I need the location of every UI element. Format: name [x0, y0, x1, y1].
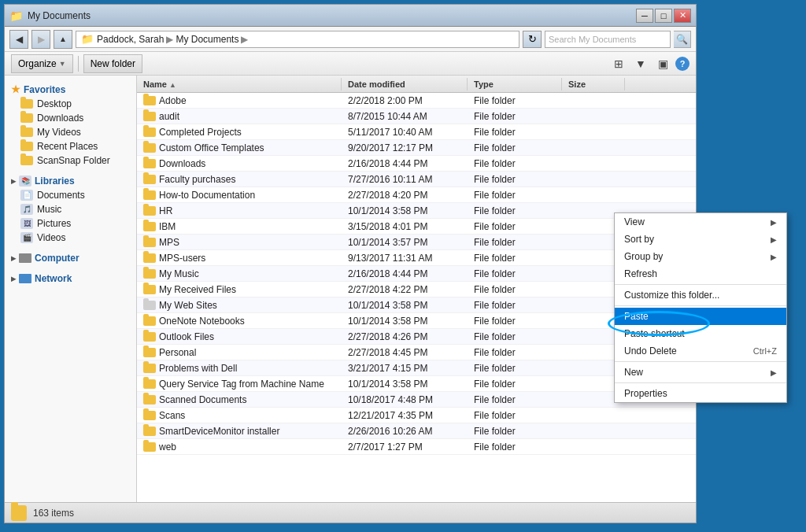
sidebar-item-pictures[interactable]: 🖼 Pictures — [8, 216, 133, 231]
table-row[interactable]: OneNote Notebooks10/1/2014 3:58 PMFile f… — [137, 313, 696, 329]
file-name-cell: IBM — [137, 220, 342, 234]
table-row[interactable]: HR10/1/2014 3:58 PMFile folder — [137, 203, 696, 219]
table-row[interactable]: Problems with Dell3/21/2017 4:15 PMFile … — [137, 360, 696, 376]
context-menu-item-properties[interactable]: Properties — [615, 385, 786, 402]
table-row[interactable]: MPS-users9/13/2017 11:31 AMFile folder — [137, 250, 696, 266]
file-type-cell: File folder — [468, 267, 562, 281]
favorites-header[interactable]: ★ Favorites — [8, 82, 133, 97]
context-menu-item-paste-shortcut[interactable]: Paste shortcut — [615, 325, 786, 342]
sidebar-item-myvideos[interactable]: My Videos — [8, 125, 133, 139]
context-menu-item-new[interactable]: New▶ — [615, 364, 786, 381]
table-row[interactable]: Custom Office Templates9/20/2017 12:17 P… — [137, 140, 696, 156]
maximize-button[interactable]: □ — [655, 9, 672, 23]
sidebar-item-recentplaces[interactable]: Recent Places — [8, 139, 133, 153]
file-date-cell: 3/15/2018 4:01 PM — [342, 220, 468, 234]
column-header-type[interactable]: Type — [468, 78, 562, 91]
computer-triangle-icon: ▶ — [11, 255, 16, 262]
new-folder-button[interactable]: New folder — [83, 54, 142, 73]
file-date-cell: 2/16/2018 4:44 PM — [342, 157, 468, 171]
network-header[interactable]: ▶ Network — [8, 272, 133, 286]
toolbar-right: ⊞ ▼ ▣ ? — [609, 54, 690, 73]
table-row[interactable]: My Music2/16/2018 4:44 PMFile folder — [137, 266, 696, 282]
sidebar-item-scansnap[interactable]: ScanSnap Folder — [8, 153, 133, 168]
file-name-cell: Downloads — [137, 157, 342, 171]
file-date-cell: 10/1/2014 3:58 PM — [342, 204, 468, 218]
file-type-cell: File folder — [468, 440, 562, 454]
column-header-date[interactable]: Date modified — [342, 78, 468, 91]
table-row[interactable]: Scanned Documents10/18/2017 4:48 PMFile … — [137, 392, 696, 408]
file-name-cell: My Received Files — [137, 283, 342, 297]
libraries-header[interactable]: ▶ 📚 Libraries — [8, 174, 133, 188]
up-button[interactable]: ▲ — [54, 30, 72, 49]
table-row[interactable]: How-to Documentation2/27/2018 4:20 PMFil… — [137, 187, 696, 203]
sidebar-item-desktop[interactable]: Desktop — [8, 97, 133, 111]
context-menu-item-refresh[interactable]: Refresh — [615, 265, 786, 283]
table-row[interactable]: IBM3/15/2018 4:01 PMFile folder — [137, 219, 696, 235]
folder-icon — [143, 222, 156, 231]
search-box[interactable]: Search My Documents — [545, 31, 671, 48]
table-row[interactable]: SmartDeviceMonitor installer2/26/2016 10… — [137, 423, 696, 439]
column-header-name[interactable]: Name ▲ — [137, 78, 342, 91]
table-row[interactable]: web2/7/2017 1:27 PMFile folder — [137, 439, 696, 455]
sidebar-recentplaces-label: Recent Places — [37, 141, 98, 152]
back-button[interactable]: ◀ — [9, 30, 28, 49]
table-row[interactable]: Faculty purchases7/27/2016 10:11 AMFile … — [137, 172, 696, 187]
file-name-cell: Adobe — [137, 94, 342, 108]
table-row[interactable]: MPS10/1/2014 3:57 PMFile folder — [137, 235, 696, 250]
table-row[interactable]: Downloads2/16/2018 4:44 PMFile folder — [137, 156, 696, 172]
file-name-text: OneNote Notebooks — [159, 316, 245, 327]
close-button[interactable]: ✕ — [674, 9, 691, 23]
favorites-label: Favorites — [24, 84, 65, 95]
folder-icon — [143, 285, 156, 294]
forward-button[interactable]: ▶ — [31, 30, 50, 49]
table-row[interactable]: audit8/7/2015 10:44 AMFile folder — [137, 109, 696, 124]
help-button[interactable]: ? — [675, 57, 690, 71]
table-row[interactable]: Query Service Tag from Machine Name10/1/… — [137, 376, 696, 392]
table-row[interactable]: My Received Files2/27/2018 4:22 PMFile f… — [137, 282, 696, 297]
toolbar: Organize ▼ New folder ⊞ ▼ ▣ ? — [5, 52, 696, 76]
search-icon[interactable]: 🔍 — [674, 31, 691, 48]
music-lib-icon: 🎵 — [20, 204, 33, 215]
file-name-text: Downloads — [159, 158, 205, 169]
libraries-group: ▶ 📚 Libraries 📄 Documents 🎵 Music 🖼 Pict… — [8, 174, 133, 245]
context-menu-item-view[interactable]: View▶ — [615, 213, 786, 231]
sidebar-item-documents[interactable]: 📄 Documents — [8, 188, 133, 202]
file-name-text: SmartDeviceMonitor installer — [159, 426, 279, 437]
context-menu-item-undo-delete[interactable]: Undo DeleteCtrl+Z — [615, 342, 786, 360]
sidebar-item-music[interactable]: 🎵 Music — [8, 202, 133, 216]
file-name-cell: web — [137, 440, 342, 454]
file-date-cell: 7/27/2016 10:11 AM — [342, 172, 468, 187]
refresh-address-button[interactable]: ↻ — [523, 31, 542, 48]
table-row[interactable]: Scans12/21/2017 4:35 PMFile folder — [137, 408, 696, 423]
minimize-button[interactable]: ─ — [636, 9, 653, 23]
context-menu-item-customize-this-folder...[interactable]: Customize this folder... — [615, 286, 786, 304]
address-path[interactable]: 📁 Paddock, Sarah ▶ My Documents ▶ — [76, 31, 519, 48]
computer-header[interactable]: ▶ Computer — [8, 251, 133, 265]
organize-button[interactable]: Organize ▼ — [11, 54, 73, 73]
folder-icon — [143, 127, 156, 137]
table-row[interactable]: Adobe2/2/2018 2:00 PMFile folder — [137, 93, 696, 109]
context-menu-item-paste[interactable]: Paste — [615, 308, 786, 325]
sidebar-item-downloads[interactable]: Downloads — [8, 111, 133, 125]
context-menu-item-group-by[interactable]: Group by▶ — [615, 248, 786, 265]
desktop-folder-icon — [20, 99, 33, 109]
network-label: Network — [35, 273, 72, 284]
title-bar: 📁 My Documents ─ □ ✕ — [5, 5, 696, 27]
view-dropdown-button[interactable]: ▼ — [631, 54, 650, 73]
file-list-body[interactable]: Adobe2/2/2018 2:00 PMFile folderaudit8/7… — [137, 93, 696, 502]
table-row[interactable]: Outlook Files2/27/2018 4:26 PMFile folde… — [137, 329, 696, 345]
view-change-button[interactable]: ⊞ — [609, 54, 628, 73]
ctx-separator — [615, 382, 786, 383]
file-name-text: My Music — [159, 268, 199, 279]
file-date-cell: 10/1/2014 3:58 PM — [342, 298, 468, 312]
context-menu-item-sort-by[interactable]: Sort by▶ — [615, 231, 786, 248]
file-date-cell: 8/7/2015 10:44 AM — [342, 109, 468, 124]
column-header-size[interactable]: Size — [562, 78, 625, 91]
organize-label: Organize — [18, 58, 57, 69]
preview-pane-button[interactable]: ▣ — [653, 54, 672, 73]
table-row[interactable]: My Web Sites10/1/2014 3:58 PMFile folder — [137, 297, 696, 313]
sidebar-item-videos[interactable]: 🎬 Videos — [8, 231, 133, 245]
table-row[interactable]: Personal2/27/2018 4:45 PMFile folder — [137, 345, 696, 360]
ctx-arrow-icon: ▶ — [771, 235, 777, 244]
table-row[interactable]: Completed Projects5/11/2017 10:40 AMFile… — [137, 124, 696, 140]
